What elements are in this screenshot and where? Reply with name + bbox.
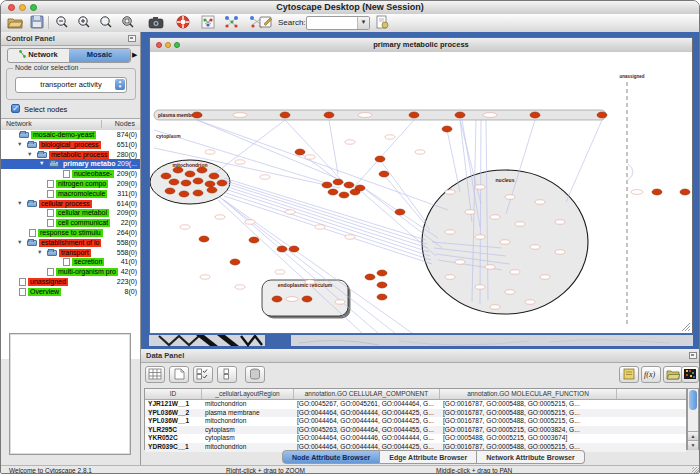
save-icon[interactable] [28, 15, 46, 30]
file-icon [19, 278, 26, 286]
zoom-fit-icon[interactable] [97, 15, 115, 30]
tab-network-attribute-browser[interactable]: Network Attribute Browser [477, 450, 584, 464]
apply-layout-1-icon[interactable] [223, 15, 241, 30]
tree-item-establishment-of-localization[interactable]: ▼ establishment of lo 558(0) [1, 238, 140, 248]
matrix-view-icon[interactable] [681, 366, 699, 383]
tree-item-primary-metabolic[interactable]: ▼ primary metabo 209(... [1, 159, 140, 169]
table-row[interactable]: YKR052C cytoplasm [GO:0044464, GO:004444… [145, 434, 686, 443]
select-nodes-checkbox[interactable]: ✓ [11, 104, 20, 113]
unselect-attributes-icon[interactable] [217, 366, 237, 383]
column-header-molecular-function[interactable]: annotation.GO MOLECULAR_FUNCTION [440, 389, 617, 399]
tree-item-overview[interactable]: Overview 8(0) [1, 287, 140, 297]
node-color-dropdown[interactable]: transporter activity ▲▼ [15, 77, 127, 93]
select-nodes-label: Select nodes [24, 105, 67, 114]
network-view-window: primary metabolic process plasma [149, 37, 693, 334]
graph-nodes[interactable] [161, 112, 690, 302]
network-window-titlebar[interactable]: primary metabolic process [150, 38, 692, 53]
tree-item-nucleobase[interactable]: nucleobase- 209(0) [1, 169, 140, 179]
tab-overflow-arrow[interactable]: ▶ [132, 51, 137, 59]
collapse-arrow-icon[interactable]: ▼ [17, 238, 22, 248]
tree-item-biological-process[interactable]: ▼ biological_process 651(0) [1, 140, 140, 150]
region-label-nucleus: nucleus [496, 177, 515, 183]
annotation-icon[interactable] [257, 15, 275, 30]
file-icon [47, 268, 54, 276]
file-icon [19, 288, 26, 296]
notes-icon[interactable] [619, 366, 639, 383]
select-attributes-icon[interactable] [193, 366, 213, 383]
file-icon [47, 209, 54, 217]
search-label: Search: [278, 18, 306, 27]
network-desktop: primary metabolic process plasma [141, 32, 700, 349]
search-input[interactable]: ▼ [306, 16, 370, 30]
collapse-arrow-icon[interactable]: ▼ [17, 199, 22, 209]
collapse-arrow-icon[interactable]: ▼ [17, 140, 22, 150]
tree-item-cellular-process[interactable]: ▼ cellular process 614(0) [1, 199, 140, 209]
table-row[interactable]: YJR121W__1 mitochondrion [GO:0045267, GO… [145, 400, 686, 409]
scroll-down-icon[interactable]: ▼ [688, 440, 698, 450]
birds-eye-view[interactable] [9, 333, 131, 455]
tree-item-transport[interactable]: ▼ transport 558(0) [1, 248, 140, 258]
window-title: Cytoscape Desktop (New Session) [1, 2, 699, 12]
attribute-table: ID _cellularLayoutRegion annotation.GO C… [144, 388, 687, 450]
tree-item-cell-communication[interactable]: cell communicat 22(0) [1, 218, 140, 228]
table-row[interactable]: YPL036W__2 plasma membrane [GO:0044464, … [145, 409, 686, 418]
snapshot-icon[interactable] [147, 15, 165, 30]
tree-item-mosaic-demo-yeast[interactable]: mosaic-demo-yeast 874(0) [1, 130, 140, 140]
scrollbar-thumb[interactable] [689, 390, 697, 410]
tree-item-secretion[interactable]: secretion 41(0) [1, 257, 140, 267]
data-panel-toolbar: f(x) [141, 362, 700, 388]
table-row[interactable]: YPL036W__1 mitochondrion [GO:0044464, GO… [145, 417, 686, 426]
table-scrollbar[interactable]: ▲ ▼ [687, 388, 699, 450]
zoom-in-icon[interactable] [75, 15, 93, 30]
tree-item-response-to-stimulus[interactable]: response to stimulu 264(0) [1, 228, 140, 238]
status-bar: Welcome to Cytoscape 2.8.1 Right-click +… [1, 465, 700, 474]
dropdown-stepper-icon: ▲▼ [115, 79, 125, 90]
show-table-icon[interactable] [145, 366, 165, 383]
float-panel-icon[interactable] [128, 35, 136, 42]
svg-text:f(x): f(x) [644, 370, 655, 379]
resize-grip-icon[interactable] [682, 323, 690, 331]
search-dropdown-arrow[interactable]: ▼ [357, 17, 369, 29]
tree-item-cellular-metabolic[interactable]: cellular metabol 209(0) [1, 208, 140, 218]
tab-mosaic[interactable]: Mosaic [69, 49, 130, 62]
zoom-out-icon[interactable] [53, 15, 71, 30]
collapse-arrow-icon[interactable]: ▼ [39, 159, 44, 169]
folder-icon [49, 161, 59, 167]
tab-network[interactable]: Network [8, 49, 69, 62]
new-attribute-icon[interactable] [169, 366, 189, 383]
tree-item-unassigned[interactable]: unassigned 223(0) [1, 277, 140, 287]
column-header-cellular-component[interactable]: annotation.GO CELLULAR_COMPONENT [294, 389, 440, 399]
table-row[interactable]: YLR295C cytoplasm [GO:0045263, GO:004446… [145, 426, 686, 435]
tab-node-attribute-browser[interactable]: Node Attribute Browser [282, 450, 380, 464]
tree-item-macromolecule[interactable]: macromolecule 311(0) [1, 189, 140, 199]
folder-icon [27, 201, 37, 207]
tree-item-metabolic-process[interactable]: ▼ metabolic process 280(0) [1, 150, 140, 160]
window-resize-grip[interactable] [692, 467, 700, 474]
network-overview-icon[interactable] [199, 15, 217, 30]
node-color-selection-group: Node color selection transporter activit… [6, 68, 136, 100]
column-header-filler [617, 389, 686, 399]
help-icon[interactable] [174, 15, 192, 30]
tree-item-multi-organism[interactable]: multi-organism pro 42(0) [1, 267, 140, 277]
float-panel-icon[interactable] [689, 352, 697, 359]
tab-edge-attribute-browser[interactable]: Edge Attribute Browser [380, 450, 477, 464]
import-attributes-icon[interactable] [663, 366, 683, 383]
attribute-browser-tabs: Node Attribute Browser Edge Attribute Br… [282, 450, 585, 464]
open-file-icon[interactable] [6, 15, 24, 30]
collapse-arrow-icon[interactable]: ▼ [27, 150, 32, 160]
delete-attribute-icon[interactable] [245, 366, 265, 383]
table-header-row: ID _cellularLayoutRegion annotation.GO C… [145, 389, 686, 400]
column-header-region[interactable]: _cellularLayoutRegion [202, 389, 294, 399]
column-header-id[interactable]: ID [145, 389, 202, 399]
session-note-icon[interactable] [373, 15, 391, 30]
formula-builder-icon[interactable]: f(x) [641, 366, 661, 383]
zoom-selected-icon[interactable] [119, 15, 137, 30]
app-titlebar: Cytoscape Desktop (New Session) [1, 1, 699, 15]
control-panel-header: Control Panel [1, 32, 140, 46]
tree-item-nitrogen-compound[interactable]: nitrogen compo 209(0) [1, 179, 140, 189]
network-canvas[interactable]: plasma membrane cytoplasm mitochondrion … [150, 52, 692, 333]
folder-icon [27, 142, 37, 148]
collapse-arrow-icon[interactable]: ▼ [37, 248, 42, 258]
status-pan-hint: Middle-click + drag to PAN [436, 467, 512, 474]
control-panel: Control Panel Network Mosaic ▶ Node colo… [1, 32, 141, 465]
